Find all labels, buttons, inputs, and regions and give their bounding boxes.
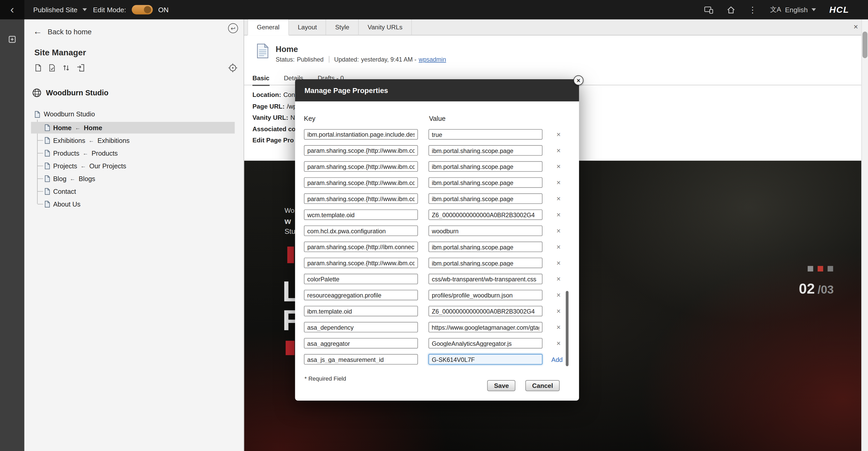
carousel-indicator[interactable]	[828, 266, 833, 272]
property-value-input[interactable]	[429, 193, 542, 204]
property-value-input[interactable]	[429, 258, 542, 269]
property-key-input[interactable]	[304, 258, 418, 269]
locate-page-icon[interactable]	[228, 63, 238, 73]
tab-layout[interactable]: Layout	[289, 20, 326, 35]
modal-scrollbar-thumb[interactable]	[566, 291, 569, 366]
property-value-input[interactable]	[429, 161, 542, 172]
property-key-input[interactable]	[304, 306, 418, 316]
field-location: Location:Con	[252, 91, 298, 99]
back-to-home-link[interactable]: ← Back to home	[33, 27, 92, 36]
main-scrollbar[interactable]	[861, 20, 868, 451]
property-value-input[interactable]	[429, 274, 542, 284]
property-row: ×	[304, 290, 563, 300]
restore-icon[interactable]: ↩	[228, 23, 238, 33]
remove-row-button[interactable]: ×	[555, 130, 562, 138]
property-value-input[interactable]	[429, 338, 542, 349]
tree-item-blog[interactable]: Blog ← Blogs	[31, 173, 235, 185]
page-properties-modal: Manage Page Properties × Key Value × ×	[295, 79, 579, 401]
property-key-input[interactable]	[304, 274, 418, 284]
subtab-basic[interactable]: Basic	[252, 71, 269, 86]
updated-user-link[interactable]: wpsadmin	[419, 56, 446, 63]
property-value-input[interactable]	[429, 242, 542, 252]
property-key-input[interactable]	[304, 322, 418, 333]
remove-row-button[interactable]: ×	[555, 307, 562, 315]
modal-close-button[interactable]: ×	[574, 75, 583, 85]
property-value-input[interactable]	[429, 129, 542, 140]
property-key-input[interactable]	[304, 193, 418, 204]
property-key-input[interactable]	[304, 354, 418, 365]
property-key-input[interactable]	[304, 209, 418, 220]
page-icon	[44, 150, 50, 157]
field-label: Edit Page Pro	[252, 137, 293, 144]
property-value-input[interactable]	[429, 177, 542, 188]
remove-row-button[interactable]: ×	[555, 227, 562, 235]
property-key-input[interactable]	[304, 290, 418, 300]
add-page-icon[interactable]	[7, 34, 18, 45]
tree-item-about-us[interactable]: About Us	[31, 198, 235, 210]
remove-row-button[interactable]: ×	[555, 146, 562, 154]
remove-row-button[interactable]: ×	[555, 178, 562, 187]
site-manager-sidebar: ← Back to home ↩ Site Manager	[24, 20, 244, 451]
property-key-input[interactable]	[304, 177, 418, 188]
language-selector[interactable]: 文A English	[770, 5, 816, 14]
hcl-logo: HCL	[829, 5, 849, 15]
top-bar: ‹ Published Site Edit Mode: ON ⋮ 文A Engl…	[0, 0, 868, 20]
edit-mode-toggle[interactable]	[132, 5, 153, 14]
edit-mode-state: ON	[158, 6, 168, 13]
tree-item-home[interactable]: Home ← Home	[31, 122, 235, 134]
property-value-input[interactable]	[429, 209, 542, 220]
remove-row-button[interactable]: ×	[555, 243, 562, 251]
tree-item-contact[interactable]: Contact	[31, 186, 235, 197]
property-value-input[interactable]	[429, 225, 542, 236]
preview-icon[interactable]	[704, 6, 714, 13]
carousel-indicator-active[interactable]	[818, 266, 823, 272]
remove-row-button[interactable]: ×	[555, 210, 562, 219]
cancel-button[interactable]: Cancel	[525, 380, 560, 391]
property-row: ×	[304, 145, 563, 156]
home-icon[interactable]	[727, 6, 735, 13]
tree-item-projects[interactable]: Projects ← Our Projects	[31, 160, 235, 172]
tree-item-exhibitions[interactable]: Exhibitions ← Exhibitions	[31, 135, 235, 146]
property-row: ×	[304, 322, 563, 333]
property-key-input[interactable]	[304, 242, 418, 252]
tab-general[interactable]: General	[247, 20, 289, 36]
published-site-dropdown[interactable]: Published Site	[33, 0, 87, 20]
map-arrow-icon: ←	[75, 125, 81, 131]
remove-row-button[interactable]: ×	[555, 195, 562, 203]
tree-root[interactable]: Woodburn Studio	[34, 109, 95, 120]
remove-row-button[interactable]: ×	[555, 291, 562, 299]
save-button[interactable]: Save	[488, 380, 516, 391]
property-value-input[interactable]	[429, 354, 542, 365]
close-icon[interactable]: ×	[854, 22, 858, 31]
property-key-input[interactable]	[304, 129, 418, 140]
remove-row-button[interactable]: ×	[555, 339, 562, 347]
property-key-input[interactable]	[304, 145, 418, 156]
scrollbar-thumb[interactable]	[863, 32, 867, 58]
property-key-input[interactable]	[304, 225, 418, 236]
edit-page-icon[interactable]	[48, 64, 56, 72]
carousel-indicator[interactable]	[808, 266, 813, 272]
new-page-icon[interactable]	[34, 64, 42, 72]
property-value-input[interactable]	[429, 145, 542, 156]
tree-item-products[interactable]: Products ← Products	[31, 147, 235, 159]
property-value-input[interactable]	[429, 306, 542, 316]
remove-row-button[interactable]: ×	[555, 323, 562, 331]
remove-row-button[interactable]: ×	[555, 162, 562, 171]
tab-vanity-urls[interactable]: Vanity URLs	[359, 20, 412, 35]
move-page-icon[interactable]	[62, 64, 70, 72]
back-button[interactable]: ‹	[0, 0, 24, 20]
tree-item-mapped: Exhibitions	[97, 137, 129, 144]
tab-style[interactable]: Style	[326, 20, 359, 35]
property-value-input[interactable]	[429, 322, 542, 333]
remove-row-button[interactable]: ×	[555, 259, 562, 267]
remove-row-button[interactable]: ×	[555, 275, 562, 283]
close-icon: ×	[577, 77, 580, 84]
property-value-input[interactable]	[429, 290, 542, 300]
updated-label: Updated:	[334, 56, 359, 63]
property-key-input[interactable]	[304, 161, 418, 172]
property-key-input[interactable]	[304, 338, 418, 349]
overflow-menu-icon[interactable]: ⋮	[749, 5, 757, 14]
import-page-icon[interactable]	[76, 64, 85, 72]
add-row-button[interactable]: Add	[551, 356, 563, 363]
site-header[interactable]: Woodburn Studio	[32, 88, 108, 97]
